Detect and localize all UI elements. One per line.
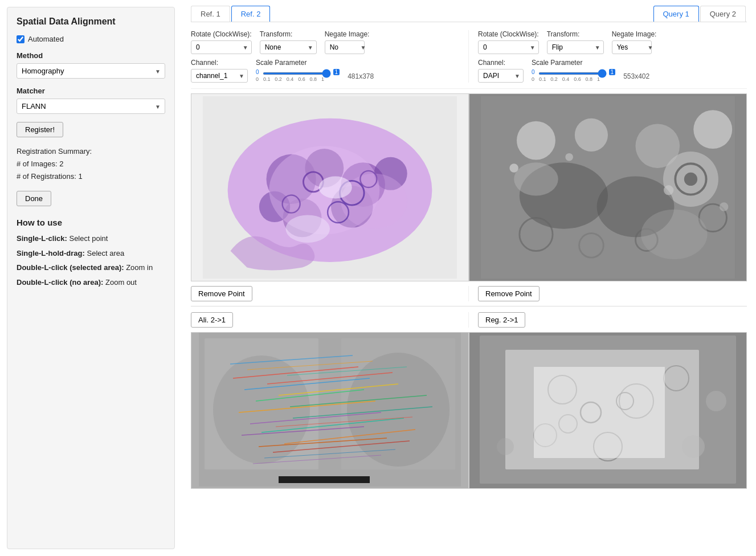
svg-point-36 [720, 202, 729, 211]
svg-point-17 [285, 215, 330, 242]
left-slider-min-val: 0 [256, 69, 259, 75]
method-select[interactable]: Homography Affine Rigid [17, 63, 165, 79]
method-label: Method [17, 51, 165, 60]
right-rotate-select-wrapper: 090180270 ▼ [478, 40, 539, 54]
left-slider-wrapper [263, 68, 331, 76]
left-negate-select-wrapper: NoYes ▼ [325, 40, 370, 54]
ali-matching-lines-image [191, 333, 468, 486]
left-slider-max-val: 1 [333, 69, 340, 75]
right-scale-slider[interactable] [538, 72, 607, 75]
tab-ref1[interactable]: Ref. 1 [191, 6, 230, 22]
svg-rect-73 [534, 367, 665, 458]
left-slider-row: 0 1 [256, 68, 340, 76]
svg-point-35 [664, 185, 673, 195]
right-negate-label: Negate Image: [612, 30, 657, 38]
svg-point-21 [575, 118, 608, 152]
num-registrations: # of Registrations: 1 [17, 170, 165, 183]
summary-label: Registration Summary: [17, 145, 165, 158]
right-transform-select[interactable]: NoneFlipMirrorFlip+Mirror [547, 40, 604, 54]
right-transform-label: Transform: [547, 30, 604, 38]
right-slider-wrapper [538, 68, 607, 76]
ali-button[interactable]: Ali. 2->1 [191, 312, 233, 328]
left-image-panel[interactable] [191, 93, 469, 281]
reg-button[interactable]: Reg. 2->1 [478, 312, 525, 328]
how-to-use: Single-L-click: Select point Single-L-ho… [17, 233, 165, 288]
left-transform-group: Transform: NoneFlipMirrorFlip+Mirror ▼ [260, 30, 317, 54]
reg-tissue-image [469, 333, 746, 486]
automated-row: Automated [17, 35, 165, 43]
svg-point-16 [319, 177, 352, 199]
right-dimensions: 553x402 [623, 61, 649, 83]
left-rotate-select[interactable]: 090180270 [191, 40, 252, 54]
right-transform-select-wrapper: NoneFlipMirrorFlip+Mirror ▼ [547, 40, 604, 54]
svg-point-38 [641, 210, 707, 259]
done-button[interactable]: Done [17, 191, 51, 206]
tab-ref2[interactable]: Ref. 2 [231, 6, 271, 22]
automated-checkbox[interactable] [17, 35, 24, 43]
how-to-use-title: How to use [17, 218, 165, 227]
right-rotate-select[interactable]: 090180270 [478, 40, 539, 54]
right-scale-label: Scale Parameter [532, 59, 615, 67]
tab-query1[interactable]: Query 1 [653, 6, 699, 22]
reg-image-panel[interactable] [469, 332, 747, 489]
left-negate-group: Negate Image: NoYes ▼ [325, 30, 370, 54]
svg-point-28 [684, 173, 697, 186]
left-channel-group: Channel: channel_1channel_2channel_3 ▼ [191, 59, 248, 83]
right-slider-max-val: 1 [609, 69, 616, 75]
right-remove-point-button[interactable]: Remove Point [478, 286, 540, 301]
left-channel-label: Channel: [191, 59, 248, 67]
left-remove-point-button[interactable]: Remove Point [191, 286, 252, 301]
dapi-tissue-image [469, 96, 746, 279]
svg-point-42 [213, 355, 310, 464]
ali-image-panel[interactable] [191, 332, 469, 489]
svg-point-34 [565, 153, 573, 161]
left-transform-select[interactable]: NoneFlipMirrorFlip+Mirror [260, 40, 317, 54]
left-negate-select[interactable]: NoYes [325, 40, 365, 54]
instruction-2: Single-L-hold-drag: Select area [17, 248, 165, 259]
left-transform-label: Transform: [260, 30, 317, 38]
right-scale-group: Scale Parameter 0 1 00.10.20.40.60.81 [532, 59, 615, 82]
left-dimensions: 481x378 [348, 61, 374, 83]
left-negate-label: Negate Image: [325, 30, 370, 38]
right-negate-group: Negate Image: NoYes ▼ [612, 30, 657, 54]
left-rotate-select-wrapper: 090180270 ▼ [191, 40, 252, 54]
svg-point-20 [517, 121, 555, 160]
svg-rect-64 [279, 476, 370, 483]
right-negate-select[interactable]: NoYes [612, 40, 652, 54]
sidebar: Spatial Data Alignment Automated Method … [7, 7, 175, 549]
num-images: # of Images: 2 [17, 158, 165, 170]
right-negate-select-wrapper: NoYes ▼ [612, 40, 657, 54]
instruction-3: Double-L-click (selected area): Zoom in [17, 262, 165, 273]
section-divider [191, 306, 747, 306]
right-rotate-label: Rotate (ClockWise): [478, 30, 539, 38]
left-rotate-label: Rotate (ClockWise): [191, 30, 252, 38]
automated-label[interactable]: Automated [28, 35, 64, 43]
right-transform-group: Transform: NoneFlipMirrorFlip+Mirror ▼ [547, 30, 604, 54]
right-slider-row: 0 1 [532, 68, 615, 76]
main-content: Ref. 1 Ref. 2 Query 1 Query 2 Rotate (Cl… [182, 0, 756, 556]
right-channel-select[interactable]: DAPIchannel_1channel_2 [478, 69, 524, 83]
left-scale-slider[interactable] [263, 72, 331, 75]
right-rotate-group: Rotate (ClockWise): 090180270 ▼ [478, 30, 539, 54]
svg-point-78 [706, 391, 726, 411]
right-channel-label: Channel: [478, 59, 524, 67]
svg-point-10 [341, 174, 407, 229]
left-rotate-group: Rotate (ClockWise): 090180270 ▼ [191, 30, 252, 54]
ref-tabs: Ref. 1 Ref. 2 [191, 6, 271, 22]
tab-query2[interactable]: Query 2 [700, 6, 746, 22]
right-channel-select-wrapper: DAPIchannel_1channel_2 ▼ [478, 69, 524, 83]
instruction-1: Single-L-click: Select point [17, 233, 165, 244]
instruction-4: Double-L-click (no area): Zoom out [17, 277, 165, 288]
left-channel-select[interactable]: channel_1channel_2channel_3 [191, 69, 248, 83]
svg-point-77 [682, 435, 705, 458]
matcher-select-wrapper: FLANN BF ▼ [17, 99, 165, 114]
svg-point-79 [497, 438, 514, 455]
svg-point-24 [693, 110, 732, 149]
register-button[interactable]: Register! [17, 122, 63, 137]
he-tissue-image [191, 96, 468, 279]
matcher-select[interactable]: FLANN BF [17, 99, 165, 114]
right-image-panel[interactable] [469, 93, 747, 281]
sidebar-title: Spatial Data Alignment [17, 17, 165, 27]
svg-point-37 [514, 162, 558, 195]
matcher-label: Matcher [17, 87, 165, 95]
